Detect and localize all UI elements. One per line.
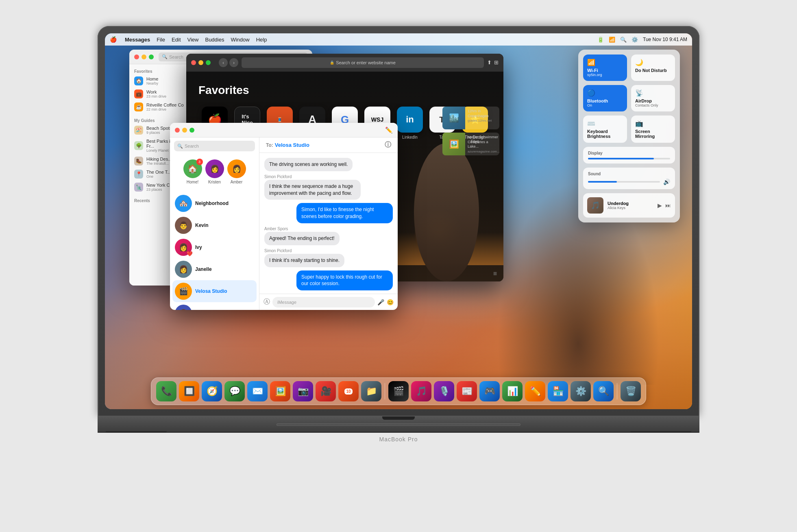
safari-fav-linkedin-icon[interactable]: in	[397, 107, 423, 133]
menu-file[interactable]: File	[157, 37, 165, 43]
dock-systemprefs-icon[interactable]: ⚙️	[571, 381, 591, 401]
dock-appletv-icon[interactable]: 🎬	[388, 381, 409, 401]
menu-app-name[interactable]: Messages	[125, 37, 150, 43]
chat-input-placeholder: iMessage	[277, 300, 296, 305]
menu-buddies[interactable]: Buddies	[205, 37, 224, 43]
cc-airdrop-tile[interactable]: 📡 AirDrop Contacts Only	[631, 85, 675, 111]
messages-close-button[interactable]	[175, 128, 180, 133]
chat-message-input[interactable]: iMessage	[272, 297, 375, 307]
dock-finder-icon[interactable]: 📞	[156, 381, 176, 401]
messages-search-bar[interactable]: 🔍 Search	[174, 141, 255, 151]
dock-appstore-icon[interactable]: 🏪	[548, 381, 568, 401]
safari-window-controls[interactable]	[191, 60, 211, 65]
apple-logo-icon[interactable]: 🍎	[110, 36, 117, 43]
contact-ivy-heart: ❤️	[187, 251, 193, 257]
safari-share-icon[interactable]: ⬆	[487, 59, 492, 65]
messages-window[interactable]: ✏️ 🔍 Search 🏠 3	[170, 123, 398, 310]
chat-apps-icon[interactable]: Ⓐ	[263, 298, 270, 306]
message-contact-ivy[interactable]: 👩 ❤️ Ivy	[170, 236, 259, 258]
dock-mail-icon[interactable]: ✉️	[247, 381, 268, 401]
pinned-contact-amber[interactable]: 👩 Amber	[227, 159, 246, 184]
dock-podcasts-icon[interactable]: 🎙️	[434, 381, 454, 401]
messages-pinned-contacts: 🏠 3 Home! 👩 Kristen 👩	[170, 155, 259, 189]
maps-close-button[interactable]	[134, 55, 139, 59]
dock-trash-icon[interactable]: 🗑️	[621, 381, 641, 401]
cc-screen-mirroring-tile[interactable]: 📺 Screen Mirroring	[631, 116, 675, 143]
safari-address-text[interactable]: Search or enter website name	[336, 60, 396, 65]
message-contact-simon[interactable]: 👨 Simon	[170, 302, 259, 310]
safari-forward-button[interactable]: ›	[229, 58, 238, 67]
cc-play-icon[interactable]: ▶	[658, 202, 662, 209]
cc-bluetooth-tile[interactable]: 🔵 Bluetooth On	[583, 85, 627, 111]
cc-dnd-tile[interactable]: 🌙 Do Not Disturb	[631, 55, 675, 81]
message-contact-velosa[interactable]: 🎬 Velosa Studio	[172, 280, 257, 302]
maps-coffee-item[interactable]: ☕ Réveille Coffee Co 22 min drive	[129, 100, 194, 113]
messages-compose-icon[interactable]: ✏️	[385, 126, 393, 134]
cc-display-section: Display	[583, 147, 675, 164]
chat-audio-icon[interactable]: 🎤	[377, 299, 384, 305]
reading-item-1[interactable]: 🏙️ 12hrs in Copenhagenguides.12hrs.net	[442, 107, 499, 129]
cc-sound-icon[interactable]: 🔊	[663, 179, 670, 185]
menu-window[interactable]: Window	[231, 37, 249, 43]
maps-work-item[interactable]: 💼 Work 23 min drive	[129, 87, 194, 100]
safari-bottom-controls[interactable]: ≡	[493, 270, 497, 277]
chat-emoji-icon[interactable]: 😊	[387, 299, 394, 305]
dock-facetime2-icon[interactable]: 🎥	[316, 381, 336, 401]
cc-keyboard-tile[interactable]: ⌨️ Keyboard Brightness	[583, 116, 627, 143]
messages-maximize-button[interactable]	[189, 128, 194, 133]
menu-view[interactable]: View	[187, 37, 199, 43]
messages-window-controls[interactable]	[175, 128, 194, 133]
message-contact-neighborhood[interactable]: 🏘️ Neighborhood	[170, 192, 259, 214]
control-center-icon[interactable]: ⚙️	[632, 37, 638, 43]
dock-pages-icon[interactable]: ✏️	[525, 381, 545, 401]
cc-airdrop-sub: Contacts Only	[635, 103, 671, 107]
safari-minimize-button[interactable]	[198, 60, 203, 65]
chat-info-icon[interactable]: ⓘ	[385, 141, 391, 149]
safari-maximize-button[interactable]	[206, 60, 211, 65]
chat-input-area[interactable]: Ⓐ iMessage 🎤 😊	[259, 294, 398, 310]
reading-item-2[interactable]: 🖼️ Atelier SchwimmerCompletes a Lake...a…	[442, 133, 499, 155]
safari-back-button[interactable]: ‹	[219, 58, 228, 67]
message-contact-kevin[interactable]: 👨 Kevin	[170, 214, 259, 236]
maps-guide-one-text: The One T... One	[146, 170, 171, 179]
dock-numbers-icon[interactable]: 📊	[502, 381, 523, 401]
menubar-left: 🍎 Messages File Edit View Buddies Window…	[110, 36, 267, 43]
dock-music-icon[interactable]: 🎵	[411, 381, 431, 401]
macbook-model-label: MacBook Pro	[379, 436, 418, 443]
pinned-kristen-avatar: 👩	[205, 159, 224, 178]
pinned-contact-kristen[interactable]: 👩 Kristen	[205, 159, 224, 184]
maps-minimize-button[interactable]	[142, 55, 146, 59]
cc-display-slider[interactable]	[588, 158, 670, 159]
dock-calendar-icon[interactable]: 10	[338, 381, 359, 401]
safari-tab-icon[interactable]: ⊞	[494, 59, 499, 65]
maps-window-controls[interactable]	[134, 55, 154, 59]
menu-edit[interactable]: Edit	[172, 37, 181, 43]
dock-facetime-icon[interactable]: 📷	[293, 381, 313, 401]
pinned-contact-home[interactable]: 🏠 3 Home!	[183, 159, 202, 184]
message-contact-janelle[interactable]: 👩 Janelle	[170, 258, 259, 280]
menu-help[interactable]: Help	[256, 37, 267, 43]
safari-address-bar[interactable]: 🔒 Search or enter website name	[242, 57, 484, 68]
dock-spotlight-icon[interactable]: 🔍	[593, 381, 614, 401]
pinned-home-name: Home!	[187, 180, 198, 184]
messages-minimize-button[interactable]	[182, 128, 187, 133]
cc-wifi-tile[interactable]: 📶 Wi-Fi sy5in.org	[583, 55, 627, 81]
dock-arcade-icon[interactable]: 🎮	[479, 381, 500, 401]
dock-news-icon[interactable]: 📰	[457, 381, 477, 401]
dock-photos-icon[interactable]: 🖼️	[270, 381, 290, 401]
dock-messages-icon[interactable]: 💬	[224, 381, 245, 401]
cc-sound-slider[interactable]	[588, 181, 660, 183]
dock-launchpad-icon[interactable]: 🔲	[179, 381, 199, 401]
safari-close-button[interactable]	[191, 60, 196, 65]
dock-separator-2	[617, 383, 617, 399]
search-menubar-icon[interactable]: 🔍	[620, 37, 627, 43]
chat-sender-4: Amber Spors	[264, 227, 393, 231]
maps-home-item[interactable]: 🏠 Home Nearby	[129, 74, 194, 87]
dock-files-icon[interactable]: 📁	[361, 381, 381, 401]
dock-safari-icon[interactable]: 🧭	[202, 381, 222, 401]
maps-home-text: Home Nearby	[146, 76, 158, 85]
safari-fav-linkedin[interactable]: in LinkedIn	[397, 107, 423, 144]
cc-skip-icon[interactable]: ⏭	[665, 202, 671, 209]
wifi-menubar-icon[interactable]: 📶	[609, 37, 615, 43]
maps-maximize-button[interactable]	[149, 55, 154, 59]
